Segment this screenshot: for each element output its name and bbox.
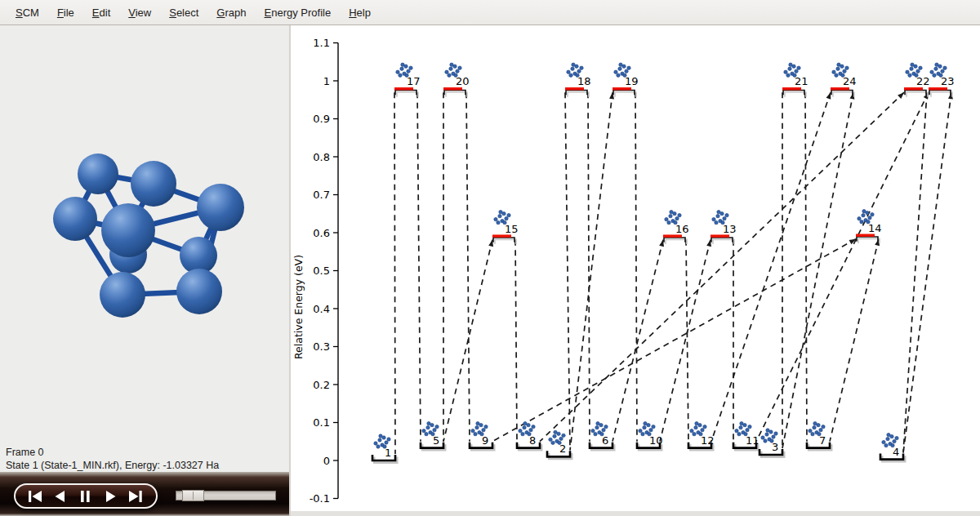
energy-level-4[interactable]: 4 (880, 433, 905, 461)
atom-sphere[interactable] (176, 269, 222, 314)
energy-level-6[interactable]: 6 (590, 421, 614, 450)
state-molecule-icon (866, 211, 869, 215)
y-tick-label: 0.1 (313, 416, 330, 429)
reaction-path-line (805, 92, 807, 441)
minimum-bar[interactable] (547, 451, 570, 456)
state-molecule-icon (832, 70, 835, 73)
state-molecule-icon (445, 70, 448, 73)
state-molecule-icon (784, 70, 787, 73)
state-molecule-icon (673, 211, 676, 215)
energy-level-17[interactable]: 17 (394, 63, 421, 97)
energy-level-3[interactable]: 3 (760, 429, 784, 457)
transition-state-bar[interactable] (929, 87, 947, 90)
minimum-bar[interactable] (517, 443, 540, 448)
minimum-bar[interactable] (880, 454, 903, 460)
energy-level-20[interactable]: 20 (443, 63, 470, 97)
energy-level-11[interactable]: 11 (733, 421, 760, 450)
energy-level-2[interactable]: 2 (547, 430, 572, 459)
state-molecule-icon (715, 220, 718, 224)
play-button[interactable] (102, 489, 120, 504)
state-molecule-icon (693, 432, 696, 435)
transition-state-bar[interactable] (565, 87, 584, 90)
minimum-bar[interactable] (807, 443, 830, 448)
transition-state-bar[interactable] (612, 87, 631, 90)
menu-item-energy-profile[interactable]: Energy Profile (256, 2, 341, 23)
state-molecule-icon (938, 64, 942, 68)
energy-level-16[interactable]: 16 (663, 210, 689, 244)
status-bar: Frame 0 State 1 (State-1_MIN.rkf), Energ… (0, 445, 290, 472)
menu-item-help[interactable]: Help (340, 2, 380, 23)
energy-profile-chart[interactable]: 1.110.90.80.70.60.50.40.30.20.10-0.1Rela… (291, 25, 980, 516)
atom-sphere[interactable] (101, 203, 155, 257)
state-molecule-icon (774, 432, 777, 435)
transition-state-bar[interactable] (904, 87, 923, 90)
state-number-label: 17 (407, 75, 421, 87)
state-molecule-icon (641, 432, 644, 435)
energy-level-13[interactable]: 13 (710, 210, 737, 244)
minimum-bar[interactable] (590, 443, 612, 448)
reaction-path-line (565, 92, 570, 450)
reaction-path-line (394, 92, 395, 454)
menu-item-select[interactable]: Select (160, 2, 207, 23)
energy-level-23[interactable]: 23 (929, 63, 955, 97)
play-icon (103, 489, 119, 504)
atom-sphere[interactable] (78, 153, 118, 194)
menu-item-file[interactable]: File (48, 2, 83, 23)
energy-level-15[interactable]: 15 (492, 210, 519, 244)
minimum-bar[interactable] (372, 455, 395, 460)
energy-level-18[interactable]: 18 (565, 63, 591, 97)
state-number-label: 9 (482, 434, 488, 447)
state-molecule-icon (717, 210, 720, 213)
energy-level-10[interactable]: 10 (637, 421, 663, 450)
step-back-button[interactable] (51, 489, 69, 504)
transition-state-bar[interactable] (856, 234, 875, 237)
menu-item-graph[interactable]: Graph (207, 2, 255, 23)
transition-state-bar[interactable] (394, 87, 413, 90)
energy-level-9[interactable]: 9 (470, 421, 494, 450)
transition-state-bar[interactable] (782, 87, 801, 90)
atom-sphere[interactable] (100, 272, 145, 318)
minimum-bar[interactable] (470, 443, 492, 448)
menu-item-scm[interactable]: SCM (7, 2, 48, 23)
energy-level-12[interactable]: 12 (688, 421, 715, 450)
atom-sphere[interactable] (53, 197, 97, 241)
menu-item-view[interactable]: View (119, 2, 160, 23)
step-back-icon (52, 489, 69, 504)
state-molecule-icon (788, 67, 791, 70)
pause-button[interactable] (77, 489, 95, 504)
transition-state-bar[interactable] (443, 87, 462, 90)
minimum-bar[interactable] (760, 449, 782, 455)
state-molecule-icon (639, 429, 642, 432)
y-tick-label: 0.2 (313, 379, 330, 391)
skip-to-end-button[interactable] (127, 489, 145, 504)
energy-level-24[interactable]: 24 (831, 63, 857, 97)
state-molecule-icon (521, 432, 524, 435)
level-bar-shadow (397, 92, 418, 97)
molecule-3d-view[interactable] (0, 25, 290, 445)
menu-item-edit[interactable]: Edit (83, 2, 119, 23)
state-molecule-icon (523, 425, 526, 429)
energy-level-7[interactable]: 7 (807, 421, 831, 450)
state-molecule-icon (667, 220, 670, 224)
transition-state-bar[interactable] (710, 234, 729, 237)
energy-level-19[interactable]: 19 (612, 63, 639, 97)
atom-sphere[interactable] (131, 161, 176, 207)
transition-state-bar[interactable] (831, 87, 849, 90)
energy-level-8[interactable]: 8 (517, 421, 541, 450)
energy-level-22[interactable]: 22 (904, 63, 930, 97)
energy-level-1[interactable]: 1 (372, 434, 397, 463)
frame-slider[interactable] (176, 491, 276, 500)
atom-sphere[interactable] (197, 184, 244, 231)
transition-state-bar[interactable] (492, 234, 511, 237)
frame-slider-thumb[interactable] (182, 490, 204, 501)
y-tick-label: 0.6 (313, 227, 330, 239)
minimum-bar[interactable] (421, 443, 443, 448)
pause-icon (78, 489, 94, 504)
skip-to-start-button[interactable] (26, 489, 44, 504)
energy-level-5[interactable]: 5 (421, 421, 445, 450)
transition-state-bar[interactable] (663, 234, 682, 237)
energy-level-21[interactable]: 21 (782, 63, 808, 97)
state-molecule-icon (808, 429, 812, 432)
state-number-label: 10 (649, 434, 663, 447)
energy-profile-plot[interactable]: 1.110.90.80.70.60.50.40.30.20.10-0.1Rela… (291, 25, 980, 511)
